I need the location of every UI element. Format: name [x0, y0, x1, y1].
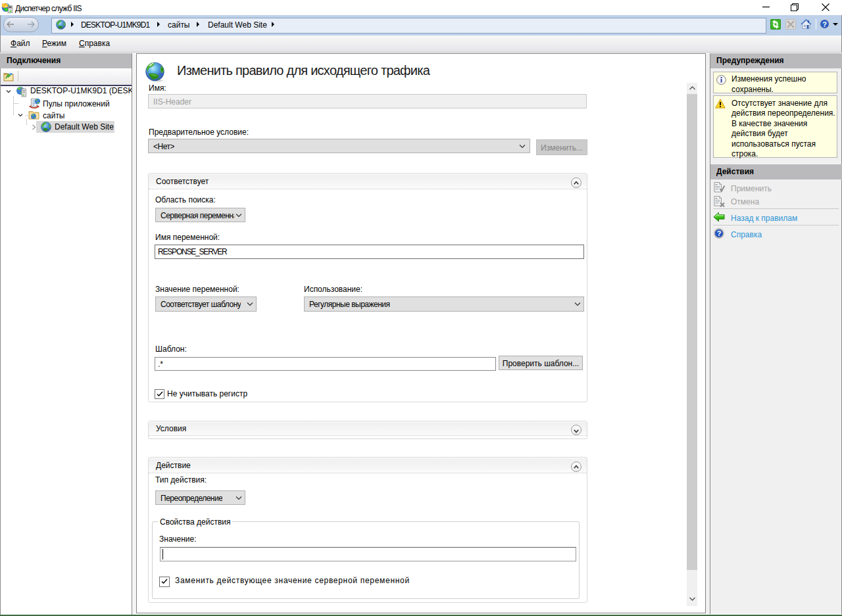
svg-text:?: ? — [822, 20, 827, 28]
svg-text:?: ? — [717, 229, 722, 237]
